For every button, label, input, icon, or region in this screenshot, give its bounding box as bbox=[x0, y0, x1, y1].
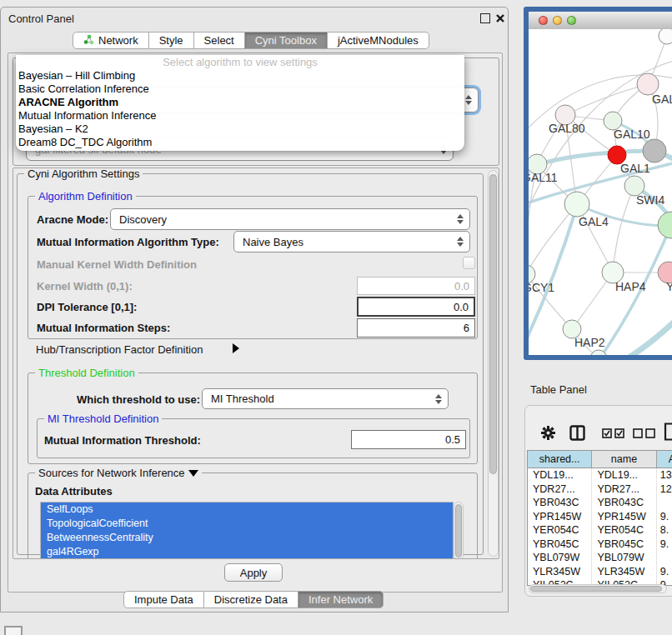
table-rows: YDL19...YDL19...13YDR27...YDR27...12YBR0… bbox=[528, 468, 672, 585]
attribute-item-selfloops[interactable]: SelfLoops bbox=[41, 502, 453, 517]
network-window-titlebar bbox=[529, 12, 672, 30]
window-title: Control Panel bbox=[8, 12, 74, 25]
network-node[interactable] bbox=[658, 212, 672, 238]
popup-item-mutual-information-inference[interactable]: Mutual Information Inference bbox=[16, 109, 464, 122]
column-header-a[interactable]: A bbox=[657, 451, 672, 468]
popup-item-dream8-dc-tdc-algorithm[interactable]: Dream8 DC_TDC Algorithm bbox=[16, 136, 464, 149]
apply-button[interactable]: Apply bbox=[224, 563, 283, 582]
table-row[interactable]: YDL19...YDL19...13 bbox=[528, 468, 672, 482]
settings-scrollbar[interactable] bbox=[488, 170, 499, 557]
attributes-list-scrollbar[interactable] bbox=[454, 502, 464, 559]
table-h-scrollbar[interactable] bbox=[529, 584, 667, 593]
cyni-algorithm-settings-title: Cyni Algorithm Settings bbox=[24, 168, 143, 180]
network-graph[interactable]: GALGAL80GAL10GAL1GAL11SWI4GAL4GCY1HAP4YH… bbox=[529, 29, 672, 355]
network-node[interactable] bbox=[643, 139, 666, 162]
attribute-item-topologicalcoefficient[interactable]: TopologicalCoefficient bbox=[41, 517, 453, 531]
table-row[interactable]: YDR27...YDR27...12 bbox=[528, 482, 672, 497]
dpi-tolerance-field[interactable]: 0.0 bbox=[357, 297, 475, 317]
mi-threshold-field[interactable]: 0.5 bbox=[351, 430, 466, 449]
panel-grip-icon[interactable] bbox=[4, 626, 23, 635]
table-cell: 9. bbox=[657, 565, 672, 579]
data-attributes-list[interactable]: SelfLoopsTopologicalCoefficientBetweenne… bbox=[40, 502, 454, 559]
tab-impute-data[interactable]: Impute Data bbox=[123, 591, 204, 608]
scrollbar-thumb[interactable] bbox=[489, 174, 497, 474]
table-row[interactable]: YLR345WYLR345W9. bbox=[528, 565, 672, 579]
network-node-gal4[interactable] bbox=[564, 192, 589, 217]
expand-arrow-icon[interactable] bbox=[233, 343, 239, 356]
mi-algorithm-type-combobox[interactable]: Naive Bayes bbox=[233, 231, 470, 252]
tab-network[interactable]: Network bbox=[73, 32, 149, 49]
control-panel-window: Control Panel NetworkStyleSelectCyni Too… bbox=[0, 7, 509, 612]
table-row[interactable]: YBR043CYBR043C bbox=[528, 496, 672, 510]
popup-item-basic-correlation-inference[interactable]: Basic Correlation Inference bbox=[16, 82, 464, 96]
table-row[interactable]: YBR045CYBR045C9. bbox=[528, 538, 672, 552]
algorithm-definition-group: Algorithm Definition Aracne Mode: Discov… bbox=[28, 196, 478, 339]
popup-item-bayesian-k2[interactable]: Bayesian – K2 bbox=[16, 122, 464, 136]
network-icon bbox=[83, 34, 94, 48]
node-table: shared...nameA YDL19...YDL19...13YDR27..… bbox=[527, 450, 672, 586]
table-cell: YBR043C bbox=[592, 496, 656, 510]
gear-icon[interactable] bbox=[541, 426, 555, 440]
tab-label: jActiveMNodules bbox=[338, 34, 419, 47]
popup-placeholder: Select algorithm to view settings bbox=[16, 55, 464, 69]
tab-infer-network[interactable]: Infer Network bbox=[298, 591, 384, 608]
zoom-traffic-light-icon[interactable] bbox=[567, 16, 576, 25]
table-cell: 13 bbox=[657, 468, 672, 482]
table-cell: 9. bbox=[657, 538, 672, 552]
attribute-item-betweennesscentrality[interactable]: BetweennessCentrality bbox=[41, 531, 453, 545]
tab-cyni-toolbox[interactable]: Cyni Toolbox bbox=[245, 32, 328, 49]
table-header-row: shared...nameA bbox=[528, 451, 672, 468]
which-threshold-combobox[interactable]: MI Threshold bbox=[202, 388, 449, 409]
table-cell: YBL079W bbox=[592, 551, 656, 565]
table-row[interactable]: YER054CYER054C8. bbox=[528, 523, 672, 538]
node-label: HAP4 bbox=[615, 280, 646, 293]
table-cell bbox=[657, 496, 672, 510]
close-icon[interactable] bbox=[495, 13, 505, 23]
scrollbar-thumb[interactable] bbox=[530, 586, 662, 592]
tab-label: Select bbox=[204, 34, 234, 47]
tab-select[interactable]: Select bbox=[194, 32, 245, 49]
network-node[interactable] bbox=[659, 29, 672, 44]
table-cell: YBR045C bbox=[528, 538, 592, 552]
minimize-traffic-light-icon[interactable] bbox=[553, 16, 562, 25]
tab-jactivemnodules[interactable]: jActiveMNodules bbox=[328, 32, 429, 49]
close-traffic-light-icon[interactable] bbox=[539, 16, 548, 25]
mi-steps-field[interactable]: 6 bbox=[357, 318, 475, 338]
network-canvas[interactable]: GALGAL80GAL10GAL1GAL11SWI4GAL4GCY1HAP4YH… bbox=[529, 29, 672, 355]
network-edge[interactable] bbox=[565, 84, 648, 115]
table-cell bbox=[657, 551, 672, 565]
table-row[interactable]: YBL079WYBL079W bbox=[528, 551, 672, 565]
sources-title: Sources for Network Inference bbox=[35, 467, 202, 479]
combo-spinner-icon bbox=[435, 394, 442, 404]
mi-algorithm-type-value: Naive Bayes bbox=[243, 236, 303, 248]
column-header-name[interactable]: name bbox=[592, 451, 656, 468]
table-cell: YDL19... bbox=[592, 468, 656, 482]
collapse-arrow-icon[interactable] bbox=[188, 470, 198, 477]
tab-style[interactable]: Style bbox=[149, 32, 194, 49]
deselect-all-icon[interactable] bbox=[633, 428, 656, 438]
float-window-icon[interactable] bbox=[480, 13, 490, 23]
kernel-width-field[interactable]: 0.0 bbox=[357, 277, 475, 295]
network-edge[interactable] bbox=[613, 186, 634, 272]
column-header-shared[interactable]: shared... bbox=[528, 451, 592, 468]
node-label: GAL11 bbox=[529, 171, 558, 184]
popup-item-bayesian-hill-climbing[interactable]: Bayesian – Hill Climbing bbox=[16, 69, 464, 82]
scrollbar-thumb[interactable] bbox=[455, 504, 462, 558]
attribute-item-gal4rgexp[interactable]: gal4RGexp bbox=[41, 545, 453, 559]
bottom-tab-bar: Impute DataDiscretize DataInfer Network bbox=[123, 591, 384, 608]
split-columns-icon[interactable] bbox=[569, 425, 585, 441]
tab-discretize-data[interactable]: Discretize Data bbox=[204, 591, 298, 608]
aracne-mode-combobox[interactable]: Discovery bbox=[110, 208, 470, 230]
select-all-icon[interactable] bbox=[602, 428, 625, 438]
table-cell: YLR345W bbox=[592, 565, 656, 579]
table-row[interactable]: YPR145WYPR145W9. bbox=[528, 510, 672, 524]
table-cell: 8. bbox=[657, 523, 672, 538]
popup-item-aracne-algorithm[interactable]: ARACNE Algorithm bbox=[16, 96, 464, 109]
manual-kernel-width-checkbox[interactable] bbox=[463, 257, 475, 269]
table-cell: 12 bbox=[657, 482, 672, 497]
mi-threshold-label: Mutual Information Threshold: bbox=[44, 434, 201, 447]
mi-steps-label: Mutual Information Steps: bbox=[37, 322, 170, 334]
node-label: GAL4 bbox=[579, 215, 609, 228]
new-table-icon[interactable] bbox=[664, 422, 672, 441]
algorithm-definition-title: Algorithm Definition bbox=[35, 190, 136, 202]
